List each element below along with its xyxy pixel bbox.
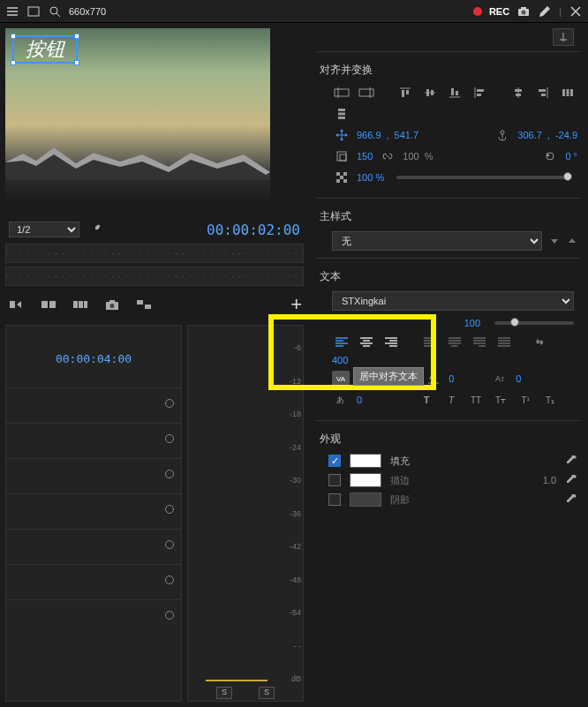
track-row[interactable] (6, 564, 181, 594)
align-bottom-icon[interactable] (445, 85, 464, 101)
position-y[interactable]: 541.7 (395, 130, 419, 140)
export-frame-icon[interactable] (71, 297, 90, 312)
anchor-x[interactable]: 306.7 (517, 130, 542, 140)
tsume-value[interactable]: 0 (357, 395, 362, 405)
align-left-edges-icon[interactable] (332, 85, 351, 101)
anchor-y[interactable]: -24.9 (555, 130, 577, 140)
scale-h-value[interactable]: 100 (403, 151, 418, 162)
anchor-icon (493, 127, 512, 143)
solo-button[interactable]: S (259, 687, 275, 699)
justify-all-icon[interactable] (494, 334, 514, 350)
rotation-value[interactable]: 0 ° (565, 151, 577, 162)
stroke-color-swatch[interactable] (350, 473, 381, 487)
text-align-right-icon[interactable] (381, 334, 401, 350)
add-track-button[interactable]: + (290, 293, 302, 316)
baseline-value[interactable]: 0 (516, 373, 521, 384)
stroke-label: 描边 (390, 474, 410, 487)
overwrite-icon[interactable] (39, 297, 58, 312)
keyframe-icon[interactable] (165, 505, 174, 514)
window-titlebar: 660x770 REC | (0, 0, 588, 23)
svg-rect-22 (456, 91, 458, 95)
edit-icon[interactable] (538, 4, 552, 19)
align-right-icon[interactable] (533, 85, 553, 101)
justify-center-icon[interactable] (445, 334, 464, 350)
scale-value[interactable]: 150 (357, 151, 373, 162)
time-ruler[interactable] (5, 244, 304, 263)
svg-rect-11 (109, 300, 115, 303)
faux-bold-icon[interactable]: T (417, 392, 436, 408)
svg-rect-33 (338, 113, 345, 116)
tsume-icon: あ (332, 392, 351, 408)
text-align-center-icon[interactable] (357, 334, 376, 350)
keyframe-icon[interactable] (165, 611, 174, 620)
keyframe-icon[interactable] (165, 470, 174, 478)
text-layer-selection[interactable]: 按钮 (12, 35, 78, 64)
align-top-icon[interactable] (396, 85, 415, 101)
eyedropper-icon[interactable] (565, 455, 577, 467)
kerning-value[interactable]: 400 (332, 355, 348, 365)
keyframe-icon[interactable] (165, 399, 174, 408)
keyframe-icon[interactable] (165, 434, 174, 443)
menu-icon[interactable] (5, 4, 19, 19)
search-icon[interactable] (48, 4, 62, 19)
fill-color-swatch[interactable] (350, 454, 381, 468)
playback-resolution-select[interactable]: 1/2 (9, 222, 79, 237)
window-icon[interactable] (26, 4, 41, 19)
font-family-select[interactable]: STXingkai (332, 291, 574, 311)
timeline-timecode[interactable]: 00:00:04:00 (6, 352, 181, 365)
close-icon[interactable] (569, 4, 583, 19)
playhead-timecode[interactable]: 00:00:02:00 (207, 222, 300, 238)
eyedropper-icon[interactable] (565, 493, 577, 506)
master-style-select[interactable]: 无 (332, 231, 542, 251)
faux-italic-icon[interactable]: T (441, 392, 461, 408)
shadow-color-swatch[interactable] (350, 493, 381, 507)
align-vcenter-icon[interactable] (420, 85, 440, 101)
wrench-icon[interactable] (88, 222, 102, 237)
stroke-width-value[interactable]: 1.0 (543, 475, 556, 485)
justify-right-icon[interactable] (470, 334, 489, 350)
track-row[interactable] (6, 387, 181, 417)
distribute-h-icon[interactable] (558, 85, 577, 101)
camera-icon[interactable] (516, 4, 531, 19)
font-size-slider[interactable] (494, 321, 574, 325)
pin-panel-icon[interactable] (553, 28, 574, 46)
fill-label: 填充 (390, 455, 410, 468)
keyframe-icon[interactable] (165, 575, 174, 584)
stroke-checkbox[interactable] (328, 474, 341, 486)
shadow-checkbox[interactable] (328, 493, 341, 506)
track-row[interactable] (6, 423, 181, 453)
solo-button[interactable]: S (216, 687, 232, 699)
keyframe-icon[interactable] (165, 540, 174, 549)
distribute-v-icon[interactable] (332, 106, 351, 122)
insert-icon[interactable] (7, 297, 26, 312)
justify-left-icon[interactable] (420, 334, 440, 350)
record-label[interactable]: REC (489, 6, 509, 17)
svg-rect-25 (515, 89, 522, 92)
snapshot-icon[interactable] (102, 297, 122, 312)
position-x[interactable]: 966.9 (357, 130, 381, 140)
svg-rect-26 (516, 94, 521, 96)
track-row[interactable] (6, 458, 181, 488)
align-right-edges-icon[interactable] (357, 85, 376, 101)
track-row[interactable] (6, 493, 181, 523)
text-align-left-icon[interactable] (332, 334, 351, 350)
zoom-scrollbar[interactable] (5, 267, 304, 286)
leading-value[interactable]: 0 (449, 373, 454, 384)
opacity-value[interactable]: 100 % (357, 172, 384, 183)
push-style-down-icon[interactable] (549, 236, 560, 246)
push-style-up-icon[interactable] (567, 236, 577, 246)
font-size-value[interactable]: 100 (464, 318, 480, 328)
smallcaps-icon[interactable]: Tᴛ (491, 392, 510, 408)
track-row[interactable] (6, 529, 181, 559)
compare-icon[interactable] (134, 297, 154, 312)
align-hcenter-icon[interactable] (509, 85, 528, 101)
superscript-icon[interactable]: T¹ (516, 392, 535, 408)
eyedropper-icon[interactable] (565, 474, 577, 486)
subscript-icon[interactable]: T₁ (540, 392, 560, 408)
align-left-icon[interactable] (470, 85, 489, 101)
track-row[interactable] (6, 599, 181, 629)
link-scale-icon[interactable] (378, 148, 397, 164)
fill-checkbox[interactable]: ✓ (328, 455, 341, 467)
allcaps-icon[interactable]: TT (466, 392, 486, 408)
opacity-slider[interactable] (396, 176, 570, 179)
